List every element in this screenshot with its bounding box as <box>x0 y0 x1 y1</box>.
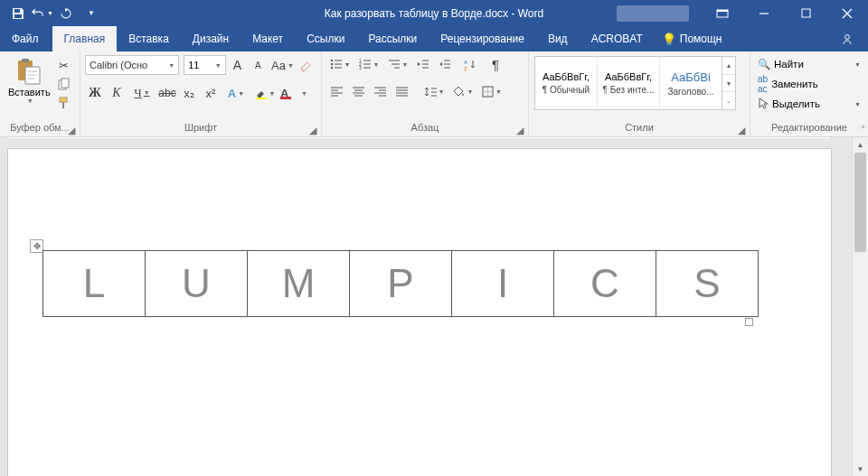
font-size-combo[interactable]: 11▼ <box>184 55 226 75</box>
group-paragraph: ▼ 123▼ ▼ AZ ¶ ▼ ▼ ▼ Абзац◢ <box>322 51 529 136</box>
table-cell[interactable]: M <box>248 251 350 317</box>
cut-button[interactable]: ✂ <box>56 57 72 73</box>
table-cell[interactable]: C <box>554 251 656 317</box>
styles-down[interactable]: ▼ <box>722 75 735 93</box>
svg-point-21 <box>330 60 332 61</box>
tell-me[interactable]: 💡Помощн <box>662 26 722 51</box>
indent-dec-button[interactable] <box>413 55 433 73</box>
superscript-button[interactable]: x² <box>201 84 221 102</box>
style-heading1[interactable]: АаБбВі Заголово... <box>660 57 722 109</box>
svg-point-8 <box>845 34 850 39</box>
font-color-button[interactable]: A▼ <box>280 84 307 102</box>
maximize-button[interactable] <box>785 0 826 26</box>
multilevel-button[interactable]: ▼ <box>384 55 411 73</box>
share-button[interactable] <box>826 26 868 52</box>
strike-button[interactable]: abc <box>157 84 177 102</box>
document-table[interactable]: L U M P I C S <box>42 250 759 317</box>
tab-layout[interactable]: Макет <box>241 26 295 51</box>
tab-home[interactable]: Главная <box>52 26 118 51</box>
paste-icon <box>14 57 43 86</box>
svg-text:A: A <box>464 60 467 65</box>
shrink-font-button[interactable]: A <box>249 56 268 74</box>
tab-insert[interactable]: Вставка <box>117 26 181 51</box>
font-launcher[interactable]: ◢ <box>307 125 318 135</box>
svg-rect-1 <box>14 14 22 18</box>
document-area: ✥ L U M P I C S ▲ ▼ <box>0 137 868 476</box>
svg-rect-19 <box>256 98 267 99</box>
sort-button[interactable]: AZ <box>457 55 484 73</box>
tab-acrobat[interactable]: ACROBAT <box>580 26 655 51</box>
shading-button[interactable]: ▼ <box>449 82 476 100</box>
indent-inc-button[interactable] <box>435 55 455 73</box>
styles-up[interactable]: ▲ <box>722 57 735 75</box>
ribbon-options-button[interactable] <box>702 0 743 26</box>
scroll-up[interactable]: ▲ <box>853 137 868 153</box>
font-name-combo[interactable]: Calibri (Осно▼ <box>85 55 179 75</box>
styles-gallery[interactable]: АаБбВвГг, ¶ Обычный АаБбВвГг, ¶ Без инте… <box>534 56 736 110</box>
numbering-button[interactable]: 123▼ <box>355 55 382 73</box>
align-left-button[interactable] <box>326 82 346 100</box>
italic-button[interactable]: К <box>107 84 127 102</box>
grow-font-button[interactable]: A <box>228 56 247 74</box>
minimize-button[interactable] <box>743 0 785 26</box>
find-button[interactable]: 🔍Найти▼ <box>755 55 863 73</box>
bullets-button[interactable]: ▼ <box>326 55 354 73</box>
undo-button[interactable]: ▼ <box>32 3 53 24</box>
tab-file[interactable]: Файл <box>0 26 51 51</box>
table-cell[interactable]: S <box>656 251 759 317</box>
tab-design[interactable]: Дизайн <box>181 26 241 51</box>
bold-button[interactable]: Ж <box>85 84 105 102</box>
change-case-button[interactable]: Aa▼ <box>269 56 296 74</box>
svg-rect-16 <box>61 79 69 88</box>
svg-rect-18 <box>62 102 64 108</box>
format-painter-button[interactable] <box>56 95 72 111</box>
clipboard-launcher[interactable]: ◢ <box>66 125 77 135</box>
scroll-thumb[interactable] <box>854 153 866 252</box>
replace-icon: abac <box>758 74 768 94</box>
align-justify-button[interactable] <box>392 82 411 100</box>
svg-rect-10 <box>22 59 29 62</box>
save-button[interactable] <box>7 3 29 24</box>
account-area[interactable] <box>617 5 689 22</box>
replace-button[interactable]: abacЗаменить <box>755 75 863 93</box>
styles-more[interactable]: ⌄ <box>722 92 735 109</box>
highlight-button[interactable]: ▼ <box>251 84 278 102</box>
subscript-button[interactable]: x₂ <box>179 84 199 102</box>
select-button[interactable]: Выделить▼ <box>755 95 863 113</box>
align-right-button[interactable] <box>370 82 390 100</box>
vertical-scrollbar[interactable]: ▲ ▼ <box>852 137 868 476</box>
close-button[interactable] <box>826 0 868 26</box>
scroll-down[interactable]: ▼ <box>853 462 868 476</box>
para-launcher[interactable]: ◢ <box>514 125 525 135</box>
table-cell[interactable]: P <box>350 251 452 317</box>
copy-button[interactable] <box>56 76 72 92</box>
page[interactable]: ✥ L U M P I C S <box>7 148 832 476</box>
underline-button[interactable]: Ч▼ <box>128 84 156 102</box>
table-cell[interactable]: U <box>146 251 248 317</box>
style-no-spacing[interactable]: АаБбВвГг, ¶ Без инте... <box>598 57 660 109</box>
tab-view[interactable]: Вид <box>536 26 580 51</box>
paste-button[interactable]: Вставить ▼ <box>5 55 54 105</box>
clear-format-button[interactable] <box>297 56 316 74</box>
tab-mailings[interactable]: Рассылки <box>356 26 429 51</box>
table-move-handle[interactable]: ✥ <box>30 239 43 253</box>
borders-button[interactable]: ▼ <box>478 82 505 100</box>
previous-page <box>7 137 832 138</box>
align-center-button[interactable] <box>348 82 368 100</box>
table-cell[interactable]: I <box>452 251 554 317</box>
line-spacing-button[interactable]: ▼ <box>420 82 448 100</box>
svg-rect-20 <box>280 97 291 99</box>
svg-point-23 <box>330 63 332 65</box>
text-effects-button[interactable]: A▼ <box>222 84 250 102</box>
table-resize-handle[interactable] <box>745 318 753 326</box>
collapse-ribbon[interactable]: ˄ <box>861 125 865 135</box>
table-cell[interactable]: L <box>43 251 146 317</box>
tab-references[interactable]: Ссылки <box>295 26 356 51</box>
redo-button[interactable] <box>56 3 78 24</box>
qat-customize[interactable]: ▼ <box>80 3 102 24</box>
styles-launcher[interactable]: ◢ <box>736 125 747 135</box>
show-marks-button[interactable]: ¶ <box>486 55 505 73</box>
bulb-icon: 💡 <box>662 33 676 46</box>
tab-review[interactable]: Рецензирование <box>429 26 536 51</box>
style-normal[interactable]: АаБбВвГг, ¶ Обычный <box>535 57 598 109</box>
